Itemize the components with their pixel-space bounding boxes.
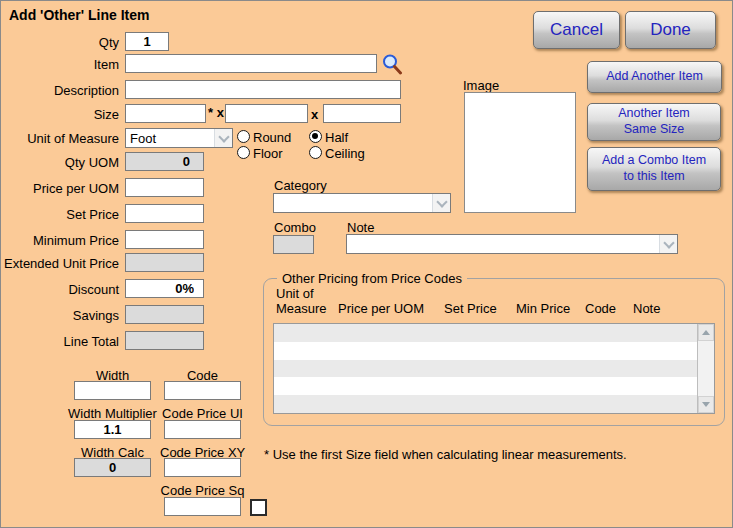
line-total-label: Line Total [1, 334, 119, 349]
note-select[interactable] [346, 234, 678, 254]
half-radio-label: Half [325, 130, 348, 145]
size-input-3[interactable] [323, 104, 401, 123]
dialog-title: Add 'Other' Line Item [9, 7, 149, 23]
column-header-price-per-uom: Price per UOM [338, 301, 424, 316]
unit-of-measure-select[interactable]: Foot [125, 128, 233, 148]
width-multiplier-label: Width Multiplier [59, 406, 166, 421]
size-footnote: * Use the first Size field when calculat… [264, 447, 627, 462]
code-price-sq-input[interactable] [164, 497, 241, 516]
another-item-same-size-button[interactable]: Another Item Same Size [587, 103, 721, 141]
unit-of-measure-label: Unit of Measure [1, 131, 119, 146]
set-price-label: Set Price [1, 207, 119, 222]
size-input-2[interactable] [225, 104, 308, 123]
qty-label: Qty [1, 35, 119, 50]
code-price-sq-label: Code Price Sq [160, 483, 245, 498]
half-radio[interactable] [309, 130, 322, 143]
qty-uom-label: Qty UOM [1, 155, 119, 170]
size-input-1[interactable] [125, 104, 206, 123]
size-separator-1: * x [208, 105, 224, 120]
code-price-sq-checkbox[interactable] [250, 499, 267, 516]
table-row [274, 342, 697, 360]
size-separator-2: x [311, 107, 318, 122]
round-radio[interactable] [237, 130, 250, 143]
code-price-ui-input[interactable] [164, 420, 241, 439]
code-price-xy-input[interactable] [164, 458, 241, 477]
discount-input[interactable] [125, 279, 204, 298]
price-per-uom-label: Price per UOM [1, 181, 119, 196]
item-label: Item [1, 57, 119, 72]
scroll-up-icon[interactable] [698, 324, 714, 341]
table-row [274, 360, 697, 378]
width-multiplier-input[interactable] [74, 420, 151, 439]
width-calc-field [74, 458, 151, 477]
ceiling-radio[interactable] [309, 146, 322, 159]
chevron-down-icon [659, 235, 677, 253]
image-label: Image [463, 78, 499, 93]
column-header-code: Code [585, 301, 616, 316]
table-row [274, 377, 697, 395]
qty-uom-field [125, 152, 204, 171]
extended-unit-price-label: Extended Unit Price [1, 256, 119, 271]
vertical-scrollbar[interactable] [697, 324, 714, 413]
chevron-down-icon [432, 194, 450, 212]
width-input[interactable] [74, 381, 151, 400]
discount-label: Discount [1, 282, 119, 297]
column-header-min-price: Min Price [516, 301, 570, 316]
line-total-field [125, 331, 204, 350]
minimum-price-label: Minimum Price [1, 233, 119, 248]
category-select[interactable] [273, 193, 451, 213]
qty-input[interactable] [125, 32, 169, 51]
category-label: Category [274, 178, 327, 193]
price-per-uom-input[interactable] [125, 178, 204, 197]
floor-radio-label: Floor [253, 146, 283, 161]
description-input[interactable] [125, 80, 401, 99]
floor-radio[interactable] [237, 146, 250, 159]
column-header-set-price: Set Price [444, 301, 497, 316]
image-preview [464, 92, 576, 213]
item-input[interactable] [125, 54, 377, 73]
ceiling-radio-label: Ceiling [325, 146, 365, 161]
other-pricing-list[interactable] [273, 323, 715, 414]
round-radio-label: Round [253, 130, 291, 145]
size-label: Size [1, 107, 119, 122]
other-pricing-title: Other Pricing from Price Codes [277, 271, 467, 286]
cancel-button[interactable]: Cancel [533, 11, 620, 49]
minimum-price-input[interactable] [125, 230, 204, 249]
add-other-line-item-dialog: Add 'Other' Line Item Qty Item Descripti… [0, 0, 733, 528]
category-value [274, 194, 432, 212]
code-input[interactable] [164, 381, 241, 400]
code-price-ui-label: Code Price UI [160, 406, 245, 421]
note-label: Note [347, 220, 374, 235]
table-row [274, 324, 697, 342]
column-header-note: Note [633, 301, 660, 316]
description-label: Description [1, 83, 119, 98]
combo-label: Combo [274, 220, 316, 235]
note-value [347, 235, 659, 253]
pricing-rows [274, 324, 697, 413]
unit-of-measure-value: Foot [126, 129, 214, 147]
add-another-item-button[interactable]: Add Another Item [587, 61, 722, 93]
set-price-input[interactable] [125, 204, 204, 223]
scroll-down-icon[interactable] [698, 396, 714, 413]
add-combo-item-button[interactable]: Add a Combo Item to this Item [587, 147, 721, 191]
done-button[interactable]: Done [625, 11, 716, 49]
column-header-unit-of-measure: Unit of Measure [276, 286, 327, 316]
table-row [274, 395, 697, 413]
savings-field [125, 305, 204, 324]
extended-unit-price-field [125, 253, 204, 272]
savings-label: Savings [1, 308, 119, 323]
search-icon[interactable] [381, 53, 403, 75]
chevron-down-icon [214, 129, 232, 147]
combo-field [273, 235, 314, 254]
